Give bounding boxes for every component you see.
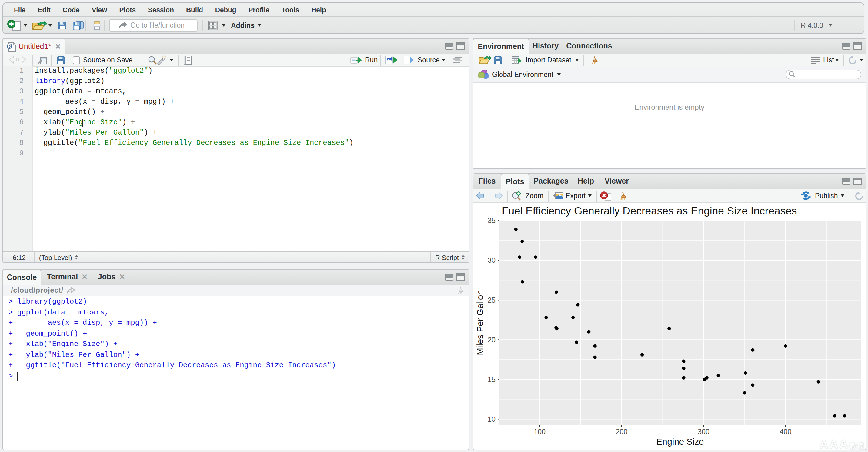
svg-text:400: 400 [779,428,791,435]
svg-text:Miles Per Gallon: Miles Per Gallon [475,290,485,355]
svg-text:300: 300 [698,428,710,435]
svg-text:Engine Size: Engine Size [656,437,704,447]
svg-text:15: 15 [488,376,496,384]
svg-text:200: 200 [616,428,627,435]
svg-text:R: R [8,43,12,49]
svg-text:30: 30 [488,256,496,264]
svg-text:10: 10 [488,415,496,423]
svg-text:Fuel Efficiency Generally Decr: Fuel Efficiency Generally Decreases as E… [502,205,797,217]
svg-text:20: 20 [488,336,496,344]
svg-text:100: 100 [534,428,546,435]
svg-text:25: 25 [488,296,496,304]
svg-text:35: 35 [488,217,496,225]
